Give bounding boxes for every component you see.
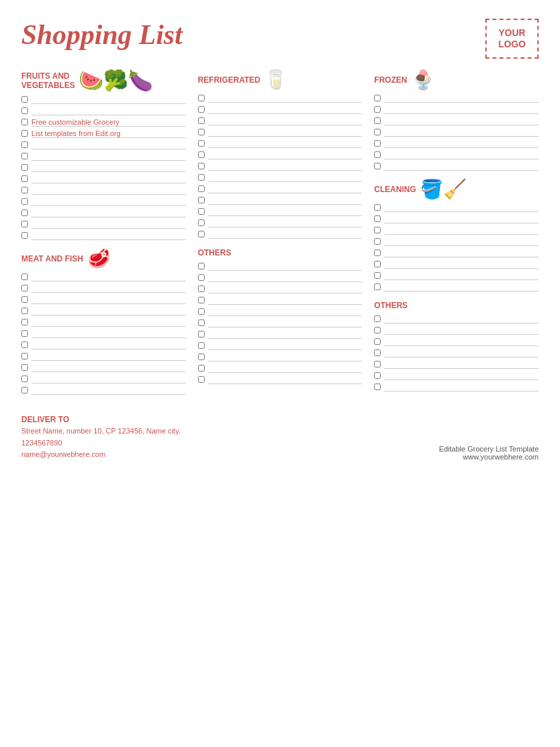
list-item	[21, 95, 186, 104]
checkbox[interactable]	[374, 372, 381, 379]
checkbox[interactable]	[374, 227, 381, 233]
list-item: List templates from Edit.org	[21, 129, 186, 138]
checkbox[interactable]	[198, 285, 205, 292]
checkbox[interactable]	[198, 151, 205, 158]
checkbox[interactable]	[198, 185, 205, 192]
col3-others-title: OTHERS	[374, 301, 407, 310]
meat-title: MEAT AND FISH	[21, 254, 83, 263]
checkbox[interactable]	[374, 361, 381, 367]
checkbox[interactable]	[21, 285, 28, 291]
checkbox[interactable]	[21, 232, 28, 239]
cleaning-header: CLEANING 🪣🧹	[374, 180, 539, 199]
list-item	[198, 307, 363, 316]
checkbox[interactable]	[198, 129, 205, 135]
checkbox[interactable]	[374, 215, 381, 222]
checkbox[interactable]	[374, 238, 381, 245]
checkbox[interactable]	[21, 141, 28, 148]
checkbox[interactable]	[21, 330, 28, 337]
checkbox[interactable]	[374, 95, 381, 101]
list-item	[198, 195, 363, 205]
checkbox[interactable]	[374, 315, 381, 322]
checkbox[interactable]	[198, 342, 205, 349]
checkbox[interactable]	[374, 151, 381, 158]
checkbox[interactable]	[21, 119, 28, 125]
checkbox[interactable]	[198, 331, 205, 337]
checkbox[interactable]	[374, 140, 381, 147]
checkbox[interactable]	[374, 349, 381, 356]
checkbox[interactable]	[21, 221, 28, 227]
checkbox[interactable]	[198, 376, 205, 383]
checkbox[interactable]	[21, 175, 28, 182]
checkbox[interactable]	[21, 387, 28, 394]
list-item	[374, 382, 539, 392]
fruits-section: FRUITS AND VEGETABLES 🍉🥦🍆 Free customiza…	[21, 71, 186, 240]
list-item	[374, 150, 539, 159]
checkbox[interactable]	[198, 308, 205, 315]
list-item	[21, 106, 186, 115]
list-item	[21, 197, 186, 206]
checkbox[interactable]	[198, 117, 205, 124]
list-item	[374, 161, 539, 171]
checkbox[interactable]	[198, 365, 205, 371]
checkbox[interactable]	[21, 164, 28, 171]
checkbox[interactable]	[21, 353, 28, 359]
list-item	[21, 386, 186, 395]
checkbox[interactable]	[198, 174, 205, 181]
list-item	[21, 351, 186, 361]
checkbox[interactable]	[198, 319, 205, 326]
list-item	[21, 340, 186, 349]
meat-header: MEAT AND FISH 🥩	[21, 249, 186, 268]
checkbox[interactable]	[198, 231, 205, 237]
list-item	[198, 295, 363, 305]
checkbox[interactable]	[21, 273, 28, 280]
checkbox[interactable]	[374, 129, 381, 135]
checkbox[interactable]	[21, 307, 28, 314]
checkbox[interactable]	[21, 319, 28, 325]
checkbox[interactable]	[21, 364, 28, 371]
checkbox[interactable]	[374, 384, 381, 390]
checkbox[interactable]	[21, 296, 28, 303]
checkbox[interactable]	[198, 95, 205, 101]
checkbox[interactable]	[21, 209, 28, 216]
list-item	[198, 375, 363, 384]
checkbox[interactable]	[198, 208, 205, 215]
list-item	[198, 127, 363, 137]
list-item: Free customizable Grocery	[21, 117, 186, 127]
list-item	[374, 93, 539, 103]
checkbox[interactable]	[21, 187, 28, 193]
checkbox[interactable]	[374, 204, 381, 211]
checkbox[interactable]	[198, 163, 205, 169]
meat-icon: 🥩	[87, 249, 111, 268]
checkbox[interactable]	[21, 153, 28, 159]
checkbox[interactable]	[198, 263, 205, 269]
checkbox[interactable]	[374, 283, 381, 290]
checkbox[interactable]	[21, 198, 28, 205]
checkbox[interactable]	[21, 96, 28, 103]
checkbox[interactable]	[21, 341, 28, 348]
refrigerated-icon: 🥛	[264, 71, 287, 89]
checkbox[interactable]	[21, 107, 28, 114]
list-item	[198, 207, 363, 216]
checkbox[interactable]	[198, 140, 205, 147]
checkbox[interactable]	[374, 272, 381, 279]
checkbox[interactable]	[198, 274, 205, 281]
checkbox[interactable]	[374, 261, 381, 267]
list-item	[198, 261, 363, 271]
checkbox[interactable]	[198, 353, 205, 360]
checkbox[interactable]	[374, 106, 381, 113]
footer: DELIVER TO Street Name, number 10, CP 12…	[21, 415, 539, 461]
checkbox[interactable]	[198, 197, 205, 203]
checkbox[interactable]	[198, 297, 205, 303]
checkbox[interactable]	[374, 249, 381, 256]
checkbox[interactable]	[21, 376, 28, 382]
checkbox[interactable]	[374, 327, 381, 333]
checkbox[interactable]	[198, 219, 205, 226]
list-item	[374, 248, 539, 257]
checkbox[interactable]	[21, 130, 28, 137]
checkbox[interactable]	[374, 338, 381, 345]
checkbox[interactable]	[374, 117, 381, 124]
footer-right: Editable Grocery List Template www.yourw…	[439, 445, 539, 461]
checkbox[interactable]	[374, 163, 381, 169]
list-item	[21, 317, 186, 327]
checkbox[interactable]	[198, 106, 205, 113]
